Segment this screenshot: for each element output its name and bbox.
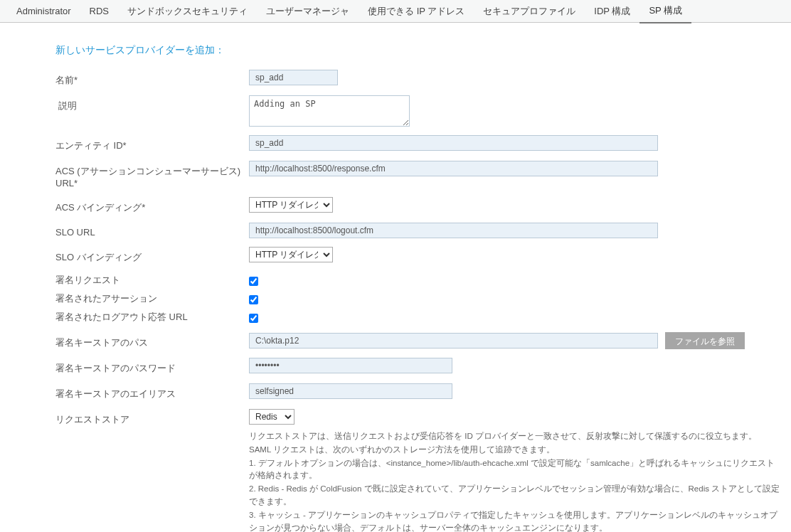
top-nav: Administrator RDS サンドボックスセキュリティ ユーザーマネージ… (0, 0, 791, 23)
slo-url-label: SLO URL (55, 223, 249, 238)
slo-binding-label: SLO バインディング (55, 247, 249, 264)
keystore-alias-label: 署名キーストアのエイリアス (55, 383, 249, 400)
browse-file-button[interactable]: ファイルを参照 (665, 332, 745, 349)
signed-logout-label: 署名されたログアウト応答 URL (55, 309, 249, 324)
entity-id-input[interactable] (249, 135, 658, 151)
keystore-password-input[interactable] (249, 358, 452, 373)
slo-binding-select[interactable]: HTTP リダイレクト (249, 247, 333, 262)
keystore-alias-input[interactable] (249, 383, 452, 399)
nav-administrator[interactable]: Administrator (7, 1, 80, 21)
nav-user-manager[interactable]: ユーザーマネージャ (257, 0, 359, 23)
signed-logout-checkbox[interactable] (249, 314, 258, 323)
name-input[interactable] (249, 70, 338, 85)
request-store-help: リクエストストアは、送信リクエストおよび受信応答を ID プロバイダーと一致させ… (249, 430, 782, 532)
keystore-path-label: 署名キーストアのパス (55, 332, 249, 349)
name-label: 名前* (55, 70, 249, 87)
acs-binding-label: ACS バインディング* (55, 197, 249, 214)
description-label: 説明 (55, 95, 249, 112)
sign-request-label: 署名リクエスト (55, 272, 249, 287)
nav-allowed-ip[interactable]: 使用できる IP アドレス (359, 0, 474, 23)
acs-url-label: ACS (アサーションコンシューマーサービス) URL* (55, 161, 249, 188)
request-store-select[interactable]: Redis (249, 409, 294, 425)
keystore-path-input[interactable] (249, 333, 658, 349)
acs-url-input[interactable] (249, 161, 658, 176)
section-title: 新しいサービスプロバイダーを追加： (55, 44, 782, 57)
nav-secure-profile[interactable]: セキュアプロファイル (474, 0, 585, 23)
nav-sp-config[interactable]: SP 構成 (639, 0, 691, 23)
keystore-password-label: 署名キーストアのパスワード (55, 358, 249, 375)
nav-idp-config[interactable]: IDP 構成 (585, 0, 639, 23)
nav-rds[interactable]: RDS (80, 1, 118, 21)
slo-url-input[interactable] (249, 223, 658, 238)
nav-sandbox-security[interactable]: サンドボックスセキュリティ (118, 0, 257, 23)
entity-id-label: エンティティ ID* (55, 135, 249, 152)
description-textarea[interactable]: Adding an SP (249, 95, 410, 127)
signed-assertion-label: 署名されたアサーション (55, 291, 249, 305)
acs-binding-select[interactable]: HTTP リダイレクト (249, 197, 333, 213)
request-store-label: リクエストストア (55, 409, 249, 426)
sign-request-checkbox[interactable] (249, 277, 258, 286)
main-content: 新しいサービスプロバイダーを追加： 名前* 説明 Adding an SP エン… (0, 23, 782, 532)
signed-assertion-checkbox[interactable] (249, 295, 258, 304)
